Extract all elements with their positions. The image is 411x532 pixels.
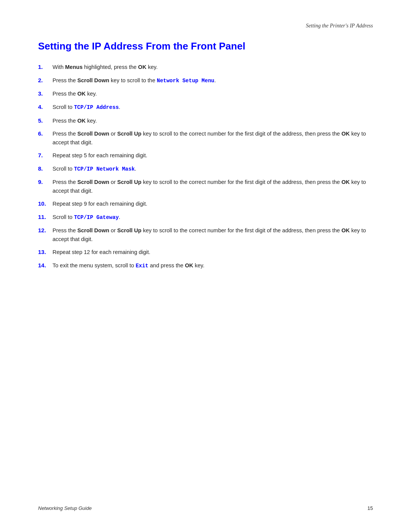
list-item: 12.Press the Scroll Down or Scroll Up ke… (38, 226, 373, 243)
footer: Networking Setup Guide 15 (38, 505, 373, 511)
step-content: Press the Scroll Down key to scroll to t… (53, 76, 373, 85)
bold-text: Scroll Up (117, 227, 142, 233)
bold-text: OK (341, 227, 350, 233)
code-text: TCP/IP Gateway (74, 214, 119, 220)
bold-text: Scroll Up (117, 131, 142, 137)
bold-text: Scroll Down (77, 131, 109, 137)
list-item: 9.Press the Scroll Down or Scroll Up key… (38, 178, 373, 195)
page-header: Setting the Printer's IP Address (38, 23, 373, 29)
list-item: 1.With Menus highlighted, press the OK k… (38, 63, 373, 72)
step-content: To exit the menu system, scroll to Exit … (53, 261, 373, 270)
step-number: 7. (38, 151, 53, 160)
bold-text: Scroll Up (117, 179, 142, 185)
list-item: 11.Scroll to TCP/IP Gateway. (38, 213, 373, 222)
code-text: Exit (135, 263, 148, 269)
steps-list: 1.With Menus highlighted, press the OK k… (38, 63, 373, 270)
list-item: 6.Press the Scroll Down or Scroll Up key… (38, 129, 373, 147)
bold-text: OK (185, 262, 193, 268)
step-number: 13. (38, 248, 53, 257)
footer-left-text: Networking Setup Guide (38, 505, 92, 511)
step-content: Press the Scroll Down or Scroll Up key t… (53, 226, 373, 243)
footer-page-number: 15 (368, 505, 373, 511)
list-item: 7.Repeat step 5 for each remaining digit… (38, 151, 373, 160)
step-content: Press the Scroll Down or Scroll Up key t… (53, 178, 373, 195)
step-number: 2. (38, 76, 53, 85)
bold-text: OK (77, 118, 86, 124)
bold-text: OK (341, 131, 350, 137)
list-item: 2.Press the Scroll Down key to scroll to… (38, 76, 373, 85)
step-content: Repeat step 12 for each remaining digit. (53, 248, 373, 256)
step-content: Press the OK key. (53, 117, 373, 125)
step-number: 10. (38, 200, 53, 208)
step-number: 9. (38, 178, 53, 187)
list-item: 10.Repeat step 9 for each remaining digi… (38, 200, 373, 208)
step-number: 4. (38, 103, 53, 112)
list-item: 3.Press the OK key. (38, 89, 373, 98)
step-number: 8. (38, 165, 53, 173)
bold-text: Scroll Down (77, 77, 109, 83)
bold-text: Menus (65, 64, 83, 70)
step-content: Scroll to TCP/IP Gateway. (53, 213, 373, 222)
step-content: With Menus highlighted, press the OK key… (53, 63, 373, 71)
step-number: 12. (38, 226, 53, 235)
step-number: 11. (38, 213, 53, 222)
step-content: Scroll to TCP/IP Network Mask. (53, 165, 373, 174)
code-text: TCP/IP Address (74, 104, 119, 110)
bold-text: Scroll Down (77, 179, 109, 185)
list-item: 4.Scroll to TCP/IP Address. (38, 103, 373, 112)
bold-text: Scroll Down (77, 227, 109, 233)
step-content: Press the OK key. (53, 89, 373, 98)
bold-text: OK (77, 91, 86, 97)
code-text: TCP/IP Network Mask (74, 166, 135, 172)
list-item: 5.Press the OK key. (38, 117, 373, 125)
list-item: 8.Scroll to TCP/IP Network Mask. (38, 165, 373, 174)
step-content: Repeat step 5 for each remaining digit. (53, 151, 373, 160)
step-number: 1. (38, 63, 53, 72)
step-number: 3. (38, 89, 53, 98)
step-number: 6. (38, 129, 53, 138)
step-number: 14. (38, 261, 53, 270)
list-item: 14.To exit the menu system, scroll to Ex… (38, 261, 373, 270)
code-text: Network Setup Menu (157, 78, 214, 84)
step-content: Press the Scroll Down or Scroll Up key t… (53, 129, 373, 147)
list-item: 13.Repeat step 12 for each remaining dig… (38, 248, 373, 257)
page: Setting the Printer's IP Address Setting… (0, 0, 411, 532)
step-content: Repeat step 9 for each remaining digit. (53, 200, 373, 208)
page-title: Setting the IP Address From the Front Pa… (38, 40, 373, 52)
step-content: Scroll to TCP/IP Address. (53, 103, 373, 112)
bold-text: OK (341, 179, 350, 185)
step-number: 5. (38, 117, 53, 125)
bold-text: OK (138, 64, 147, 70)
